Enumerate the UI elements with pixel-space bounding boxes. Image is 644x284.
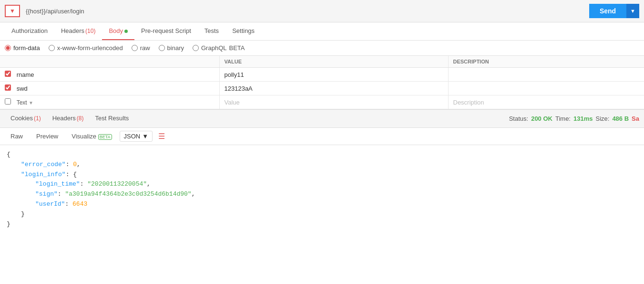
view-tab-raw[interactable]: Raw	[5, 131, 29, 142]
status-label: Status:	[509, 115, 528, 122]
send-button[interactable]: Send	[589, 4, 626, 18]
request-tabs: Authorization Headers(10) Body Pre-reque…	[0, 22, 644, 41]
form-data-table: VALUE DESCRIPTION rname polly11 swd 1231…	[0, 56, 644, 109]
row1-value: polly11	[225, 71, 244, 78]
col-header-value: VALUE	[219, 56, 448, 68]
response-tab-test-results[interactable]: Test Results	[89, 112, 134, 125]
method-label: ▼	[10, 8, 15, 14]
row3-type: Text ▼	[17, 99, 33, 106]
tab-headers[interactable]: Headers(10)	[54, 22, 102, 40]
row2-value: 123123aA	[225, 85, 253, 92]
json-login-info-key: "login_info": {	[21, 170, 637, 180]
time-value: 131ms	[573, 115, 593, 122]
response-tab-cookies[interactable]: Cookies(1)	[5, 112, 47, 125]
tab-pre-request-script[interactable]: Pre-request Script	[134, 22, 198, 40]
tab-tests[interactable]: Tests	[198, 22, 225, 40]
view-tab-preview[interactable]: Preview	[31, 131, 64, 142]
url-bar: ▼ Send ▼	[0, 0, 644, 22]
send-btn-group: Send ▼	[589, 4, 639, 18]
save-response-button[interactable]: Sa	[632, 115, 639, 122]
body-dot	[124, 30, 128, 33]
json-close: }	[7, 220, 637, 230]
send-dropdown-button[interactable]: ▼	[626, 4, 639, 18]
row2-checkbox[interactable]	[5, 84, 11, 91]
json-sign: "sign": "a3019a94f4364b2e3c0d3254d6b14d9…	[35, 189, 637, 200]
table-row-empty: Text ▼ Value Description	[0, 95, 644, 109]
row1-checkbox[interactable]	[5, 71, 11, 77]
json-user-id: "userId": 6643	[35, 200, 637, 210]
json-login-time: "login_time": "20200113220054",	[35, 179, 637, 189]
size-value: 486 B	[612, 115, 629, 122]
row3-desc-placeholder: Description	[453, 99, 484, 106]
view-tab-visualize[interactable]: Visualize BETA	[66, 131, 117, 142]
row2-key: swd	[17, 85, 28, 92]
option-form-data[interactable]: form-data	[5, 44, 40, 52]
status-value: 200 OK	[531, 115, 552, 122]
option-graphql[interactable]: GraphQLBETA	[193, 44, 245, 52]
table-row: rname polly11	[0, 68, 644, 82]
tab-authorization[interactable]: Authorization	[5, 22, 54, 40]
view-tabs: Raw Preview Visualize BETA JSON ▼ ☰	[0, 128, 644, 145]
json-line-open: {	[7, 150, 637, 160]
col-header-key	[0, 56, 219, 68]
time-label: Time:	[555, 115, 571, 122]
option-binary[interactable]: binary	[159, 44, 184, 52]
json-error-code: "error_code": 0,	[21, 160, 637, 170]
response-meta: Status: 200 OK Time: 131ms Size: 486 B S…	[509, 115, 639, 122]
method-dropdown[interactable]: ▼	[5, 5, 20, 17]
row3-value-placeholder: Value	[225, 99, 240, 106]
json-response-body: { "error_code": 0, "login_info": { "logi…	[0, 145, 644, 234]
url-input[interactable]	[24, 6, 585, 17]
col-header-description: DESCRIPTION	[448, 56, 644, 68]
option-raw[interactable]: raw	[132, 44, 150, 52]
tab-settings[interactable]: Settings	[225, 22, 261, 40]
format-dropdown[interactable]: JSON ▼	[120, 131, 153, 142]
option-x-www-form-urlencoded[interactable]: x-www-form-urlencoded	[49, 44, 123, 52]
row3-checkbox[interactable]	[5, 98, 11, 105]
response-tab-headers[interactable]: Headers(8)	[47, 112, 90, 125]
table-row: swd 123123aA	[0, 82, 644, 95]
body-options: form-data x-www-form-urlencoded raw bina…	[0, 41, 644, 56]
size-label: Size:	[595, 115, 609, 122]
json-login-info-close: }	[21, 210, 637, 220]
row1-key: rname	[17, 71, 34, 78]
filter-icon[interactable]: ☰	[158, 132, 165, 141]
tab-body[interactable]: Body	[102, 22, 134, 40]
response-bar: Cookies(1) Headers(8) Test Results Statu…	[0, 109, 644, 128]
